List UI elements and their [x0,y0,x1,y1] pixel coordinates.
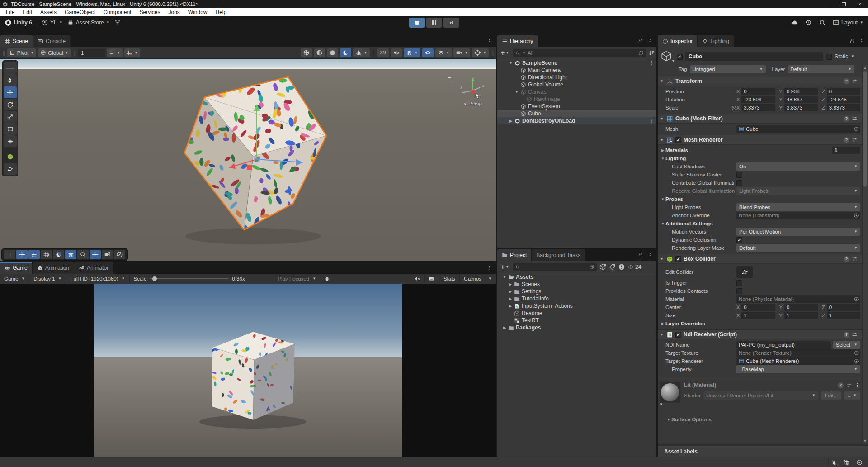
tab-animator[interactable]: Animator [74,262,113,274]
global-dropdown[interactable]: Global▼ [38,48,71,57]
help-icon[interactable]: ? [844,137,849,143]
material-preview-thumbnail[interactable] [660,382,680,403]
tree-item-readme[interactable]: {}Readme [497,310,656,317]
stats-button[interactable]: Stats [439,274,460,284]
layer-dropdown[interactable]: Default▼ [788,65,854,73]
search-by-label-icon[interactable] [609,263,616,271]
menu-services[interactable]: Services [135,8,164,16]
link-broken-icon[interactable] [731,105,736,110]
shader-dropdown[interactable]: Universal Render Pipeline/Lit▼ [703,391,818,400]
pause-button[interactable] [426,18,442,28]
material-foldout-icon[interactable]: ▼ [660,403,663,406]
tab-project[interactable]: Project [497,249,532,261]
tab-animation[interactable]: Animation [33,262,74,274]
tool-cameraclip[interactable] [102,250,113,259]
vector-field-y[interactable]: 48.867 [784,96,818,103]
snap-toggle-dropdown[interactable]: ▼ [124,48,140,57]
text-field-ndi-name[interactable]: PAI-PC (my_ndi_output) [736,341,831,349]
search-by-type-icon[interactable] [599,263,606,271]
object-field-mesh[interactable]: Cube [736,125,860,133]
component-header-box-collider[interactable]: ▼✔Box Collider?⋮ [658,254,868,264]
object-picker-icon[interactable] [853,350,859,356]
static-checkbox[interactable] [826,54,832,60]
tool-layers[interactable]: ▼ [404,48,420,57]
cloud-icon[interactable] [791,19,798,26]
menu-help[interactable]: Help [212,8,231,16]
closed-arrow-icon[interactable]: ▶ [508,119,514,123]
tool-layers[interactable] [65,250,76,259]
object-field-material[interactable]: None (Physics Material) [736,295,860,303]
dropdown-receive-global-illumination[interactable]: Light Probes▼ [736,187,860,195]
scale-slider[interactable]: Scale 0.36x [130,274,249,284]
open-arrow-icon[interactable]: ▼ [514,90,519,94]
vector-field-y[interactable]: 0 [784,304,818,311]
overlay-menu-icon[interactable]: ≡ [448,75,451,82]
tool-crosshair[interactable] [90,250,101,259]
tool-sphere[interactable] [327,48,338,57]
vector-field-x[interactable]: 0 [741,88,775,95]
perspective-label[interactable]: < Persp [456,101,490,106]
tool-eye[interactable] [422,48,434,57]
enabled-checkbox[interactable]: ✔ [675,256,681,262]
version-control-icon[interactable] [114,19,121,26]
component-header-mesh-filter[interactable]: ▼Cube (Mesh Filter)?⋮ [658,114,868,124]
undo-history-icon[interactable] [805,19,812,26]
closed-arrow-icon[interactable]: ▶ [508,290,513,294]
grid-size-field[interactable]: 1 [78,49,105,57]
sort-icon[interactable] [648,50,655,56]
component-header-ndi-receiver[interactable]: ▼✔Ndi Receiver (Script)?⋮ [658,329,868,339]
vector-field-x[interactable]: 0 [741,304,775,311]
preset-icon[interactable] [852,116,858,122]
game-mode-dropdown[interactable]: Game▼ [0,274,29,284]
preset-icon[interactable] [852,256,858,262]
tool-rotate[interactable] [4,99,17,110]
dropdown-light-probes[interactable]: Blend Probes▼ [736,203,860,211]
tree-item-settings[interactable]: ▶Settings [497,288,656,295]
closed-arrow-icon[interactable]: ▶ [508,304,513,308]
closed-arrow-icon[interactable]: ▶ [502,326,507,330]
select-button[interactable]: Select▼ [833,341,860,349]
kebab-icon[interactable]: ⋮ [859,38,864,44]
tree-item-eventsystem[interactable]: EventSystem [497,103,656,110]
tree-item-cube[interactable]: Cube [497,110,656,117]
vector-field-z[interactable]: 1 [827,312,860,319]
foldout-icon[interactable]: ▼ [660,257,664,261]
tool-handle[interactable]: —— [4,62,17,74]
object-picker-icon[interactable] [853,126,859,132]
tree-item-directional-light[interactable]: Directional Light [497,74,656,81]
preset-icon[interactable] [846,382,852,388]
mute-audio-icon[interactable] [410,274,425,284]
closed-arrow-icon[interactable]: ▶ [508,282,513,286]
object-field-target-renderer[interactable]: Cube (Mesh Renderer) [736,357,860,365]
tool-shaded[interactable] [314,48,325,57]
tab-lighting[interactable]: Lighting [698,35,734,47]
tab-hierarchy[interactable]: Hierarchy [497,35,538,47]
checkbox-provides-contacts[interactable] [736,288,742,294]
name-field[interactable]: Cube [685,52,823,61]
tool-moon[interactable] [53,250,64,259]
gameobject-icon[interactable]: ▼ [660,50,674,63]
tree-item-inputsystem-actions[interactable]: ▶InputSystem_Actions [497,302,656,310]
vector-field-z[interactable]: 3.8373 [827,104,860,111]
tool-mag[interactable] [77,250,89,259]
orientation-gizmo[interactable]: y x z [458,75,489,103]
checkbox-contribute-global-illuminati[interactable] [736,180,742,186]
enabled-checkbox[interactable]: ✔ [675,137,681,143]
object-picker-icon[interactable] [853,212,859,219]
help-icon[interactable]: ? [844,332,849,338]
unity-hub-button[interactable]: Unity 6 [5,19,32,26]
lock-icon[interactable] [849,38,855,44]
background-progress-icon[interactable] [841,458,852,467]
tool-transform[interactable] [4,135,17,147]
scrollbar-thumb[interactable] [863,71,867,187]
object-picker-icon[interactable] [853,358,859,364]
tool-gridpen[interactable] [41,250,52,259]
notifications-muted-icon[interactable] [828,458,839,467]
foldout-icon[interactable]: ▼ [660,157,665,161]
vector-field-z[interactable]: -24.545 [827,96,860,103]
open-arrow-icon[interactable]: ▼ [508,61,514,65]
menu-file[interactable]: File [2,8,19,16]
help-icon[interactable]: ? [838,382,844,388]
kebab-icon[interactable]: ⋮ [487,38,492,44]
kebab-icon[interactable]: ⋮ [487,265,492,271]
